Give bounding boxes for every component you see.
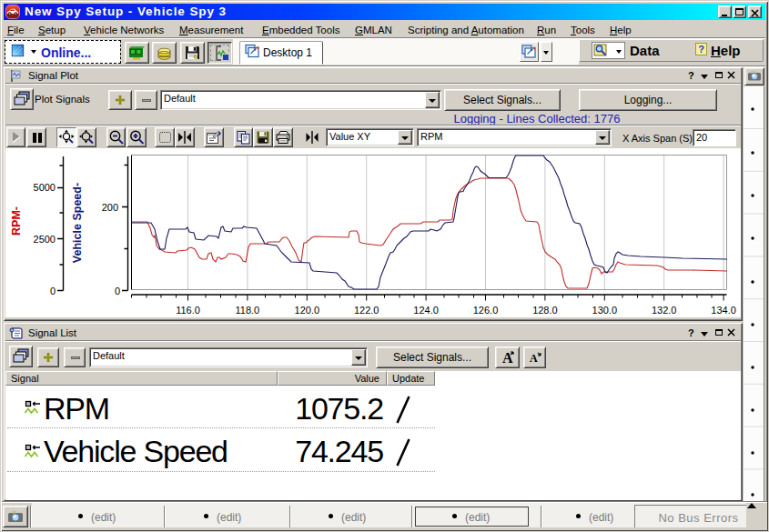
svg-text:128.0: 128.0 [532,305,558,316]
svg-text:A: A [530,352,538,365]
svg-text:118.0: 118.0 [236,305,260,316]
svg-text:130.0: 130.0 [592,305,618,316]
svg-text:120.0: 120.0 [295,305,320,316]
svg-text:134.0: 134.0 [711,305,736,316]
svg-text:0: 0 [50,286,56,296]
svg-text:200: 200 [102,202,118,213]
svg-text:Vehicle Speed-: Vehicle Speed- [71,183,84,263]
svg-text:126.0: 126.0 [473,305,499,316]
svg-text:132.0: 132.0 [652,305,677,316]
svg-text:5000: 5000 [34,182,56,193]
svg-text:122.0: 122.0 [354,305,379,316]
svg-text:2500: 2500 [34,234,56,245]
svg-text:0: 0 [115,286,120,296]
svg-text:RPM-: RPM- [10,206,23,236]
svg-text:124.0: 124.0 [413,305,439,316]
svg-text:116.0: 116.0 [176,305,200,316]
